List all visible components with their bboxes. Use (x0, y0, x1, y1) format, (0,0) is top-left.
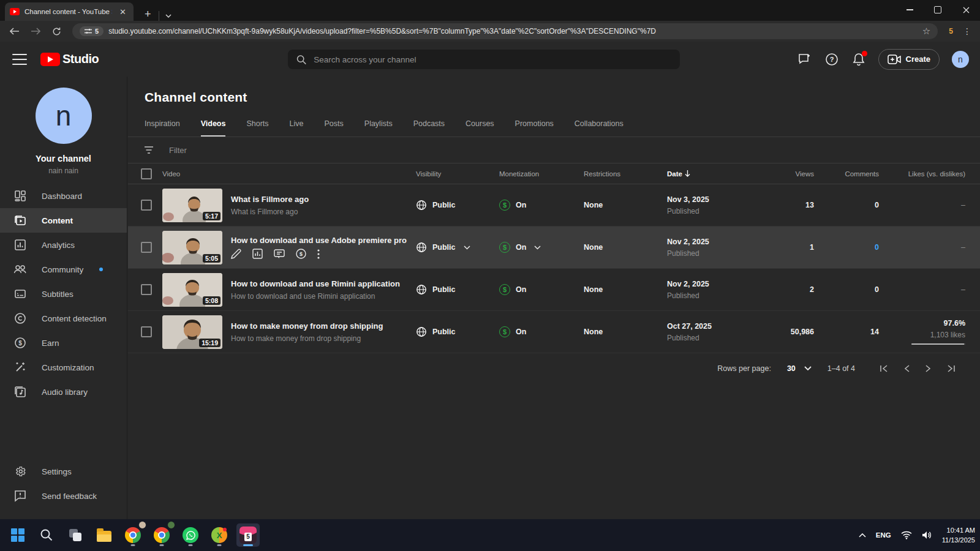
row-checkbox[interactable] (141, 326, 152, 337)
video-thumbnail[interactable]: 5:05 (162, 231, 222, 264)
video-row[interactable]: 5:05 How to download and use Adobe premi… (128, 227, 980, 269)
tab-collaborations[interactable]: Collaborations (575, 119, 624, 137)
feedback-icon[interactable] (797, 52, 812, 67)
task-view-button[interactable] (64, 523, 87, 547)
url-text[interactable]: studio.youtube.com/channel/UChKKm3pqft-9… (108, 27, 918, 36)
maximize-button[interactable] (924, 0, 952, 20)
col-likes[interactable]: Likes (vs. dislikes) (879, 170, 965, 178)
browser-menu-icon[interactable]: ⋮ (960, 26, 974, 36)
select-all-checkbox[interactable] (141, 168, 152, 179)
tab-videos[interactable]: Videos (201, 119, 226, 137)
comments-cell[interactable]: 0 (814, 285, 879, 294)
sidebar-item-dashboard[interactable]: Dashboard (0, 184, 127, 208)
row-comments-icon[interactable] (274, 249, 285, 259)
create-button[interactable]: Create (878, 49, 940, 70)
row-analytics-icon[interactable] (252, 249, 263, 259)
forward-icon[interactable] (27, 23, 44, 40)
row-menu-kebab-icon[interactable] (317, 249, 320, 259)
site-info-chip[interactable]: 5 (80, 26, 104, 36)
tab-shorts[interactable]: Shorts (246, 119, 268, 137)
sidebar-item-community[interactable]: Community (0, 257, 127, 282)
filter-label[interactable]: Filter (169, 146, 187, 155)
bookmark-star-icon[interactable]: ☆ (922, 26, 930, 37)
monetization-cell[interactable]: $ On (499, 326, 584, 337)
url-bar[interactable]: 5 studio.youtube.com/channel/UChKKm3pqft… (72, 23, 938, 39)
tab-close-icon[interactable]: ✕ (117, 7, 129, 17)
sidebar-item-content-detection[interactable]: Content detection (0, 306, 127, 331)
sidebar-item-analytics[interactable]: Analytics (0, 233, 127, 257)
tab-inspiration[interactable]: Inspiration (145, 119, 180, 137)
tab-posts[interactable]: Posts (325, 119, 344, 137)
row-checkbox[interactable] (141, 200, 152, 211)
visibility-cell[interactable]: Public (416, 326, 499, 337)
previous-page-icon[interactable] (904, 365, 910, 372)
taskbar-search-button[interactable] (35, 523, 58, 547)
help-icon[interactable]: ? (824, 52, 839, 67)
video-title[interactable]: How to make money from drop shipping (231, 321, 383, 331)
notifications-bell-icon[interactable] (851, 52, 866, 67)
visibility-cell[interactable]: Public (416, 200, 499, 211)
monetization-cell[interactable]: $ On (499, 284, 584, 295)
clock[interactable]: 10:41 AM 11/13/2025 (942, 525, 975, 545)
row-checkbox[interactable] (141, 242, 152, 253)
row-monetization-icon[interactable]: $ (296, 249, 306, 259)
rows-per-page-select[interactable]: 30 (787, 364, 812, 373)
start-button[interactable] (6, 523, 29, 547)
minimize-button[interactable] (895, 0, 924, 20)
tab-courses[interactable]: Courses (466, 119, 494, 137)
video-title[interactable]: How to download and use Adobe premiere p… (231, 236, 407, 245)
extension-badge[interactable]: 5 (945, 27, 957, 36)
search-input[interactable] (314, 55, 671, 64)
filter-bar[interactable]: Filter (128, 137, 980, 163)
new-tab-button[interactable]: + (140, 8, 156, 21)
video-row[interactable]: 5:17 What is Fillmore ago What is Fillmo… (128, 184, 980, 227)
video-row[interactable]: 15:19 How to make money from drop shippi… (128, 311, 980, 353)
studio-brand[interactable]: Studio (62, 52, 99, 66)
sidebar-item-earn[interactable]: $ Earn (0, 331, 127, 355)
channel-search[interactable] (288, 50, 680, 69)
first-page-icon[interactable] (880, 365, 888, 372)
volume-icon[interactable] (922, 531, 932, 539)
col-comments[interactable]: Comments (814, 170, 879, 178)
edit-pencil-icon[interactable] (231, 249, 241, 259)
last-page-icon[interactable] (947, 365, 956, 372)
language-indicator[interactable]: ENG (876, 531, 891, 539)
visibility-cell[interactable]: Public (416, 284, 499, 295)
chrome-profile2-button[interactable] (150, 523, 173, 547)
sidebar-item-send-feedback[interactable]: Send feedback (0, 484, 127, 508)
col-views[interactable]: Views (759, 170, 814, 178)
next-page-icon[interactable] (925, 365, 931, 372)
xender-button[interactable]: X (208, 523, 231, 547)
reload-icon[interactable] (48, 23, 65, 40)
video-thumbnail[interactable]: 5:17 (162, 189, 222, 222)
back-icon[interactable] (6, 23, 23, 40)
tab-live[interactable]: Live (290, 119, 304, 137)
comments-cell[interactable]: 14 (814, 328, 879, 336)
visibility-cell[interactable]: Public (416, 242, 499, 253)
file-explorer-button[interactable] (92, 523, 116, 547)
sidebar-item-customization[interactable]: Customization (0, 355, 127, 380)
tab-promotions[interactable]: Promotions (515, 119, 554, 137)
video-thumbnail[interactable]: 5:08 (162, 273, 222, 307)
video-title[interactable]: What is Fillmore ago (231, 195, 309, 204)
sidebar-item-settings[interactable]: Settings (0, 459, 127, 484)
sidebar-item-audio-library[interactable]: Audio library (0, 380, 127, 404)
row-checkbox[interactable] (141, 284, 152, 295)
sidebar-item-content[interactable]: Content (0, 208, 127, 233)
whatsapp-button[interactable] (179, 523, 202, 547)
col-visibility[interactable]: Visibility (416, 170, 499, 178)
comments-cell[interactable]: 0 (814, 201, 879, 209)
active-window-button[interactable] (236, 523, 260, 547)
tab-search-chevron-icon[interactable] (159, 11, 172, 21)
comments-cell[interactable]: 0 (814, 243, 879, 252)
monetization-cell[interactable]: $ On (499, 200, 584, 211)
tab-podcasts[interactable]: Podcasts (413, 119, 445, 137)
hamburger-menu-icon[interactable] (12, 54, 27, 65)
browser-tab[interactable]: Channel content - YouTube Stu ✕ (5, 2, 134, 21)
close-button[interactable] (952, 0, 980, 20)
col-restrictions[interactable]: Restrictions (584, 170, 667, 178)
tab-playlists[interactable]: Playlists (364, 119, 393, 137)
wifi-icon[interactable] (901, 531, 912, 539)
video-title[interactable]: How to download and use Rimini applicati… (231, 279, 400, 288)
youtube-logo[interactable] (40, 53, 60, 66)
